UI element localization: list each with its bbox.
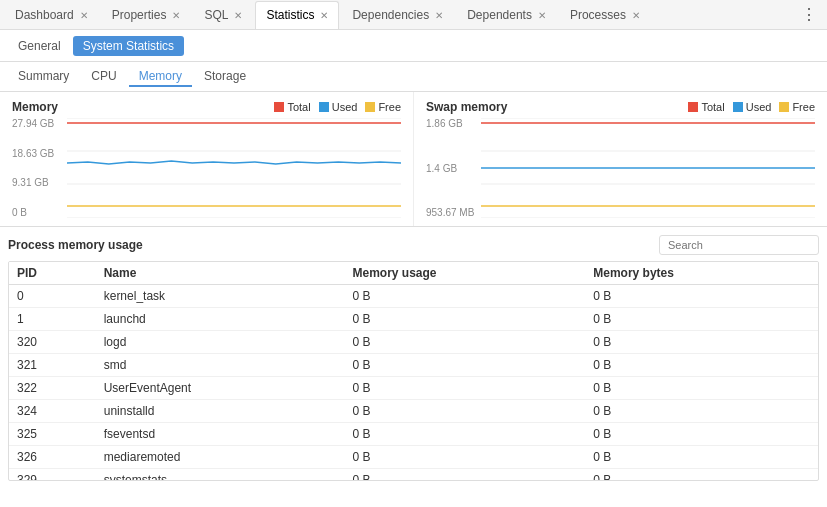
table-cell-name: mediaremoted <box>96 446 345 469</box>
tab-sql[interactable]: SQL✕ <box>193 1 253 29</box>
tab-close-icon[interactable]: ✕ <box>80 10 88 21</box>
table-body: 0kernel_task0 B0 B1launchd0 B0 B320logd0… <box>9 285 818 482</box>
table-cell-memory_bytes: 0 B <box>585 354 818 377</box>
table-cell-memory_bytes: 0 B <box>585 377 818 400</box>
table-cell-name: smd <box>96 354 345 377</box>
table-cell-name: uninstalld <box>96 400 345 423</box>
memory-legend: TotalUsedFree <box>274 101 401 113</box>
tab-label: Dependents <box>467 8 532 22</box>
table-cell-memory_bytes: 0 B <box>585 308 818 331</box>
memory-y-labels: 27.94 GB18.63 GB9.31 GB0 B <box>12 118 67 218</box>
tab-label: Properties <box>112 8 167 22</box>
legend-label: Used <box>332 101 358 113</box>
table-row[interactable]: 322UserEventAgent0 B0 B <box>9 377 818 400</box>
table-cell-memory_usage: 0 B <box>345 308 586 331</box>
table-cell-pid: 320 <box>9 331 96 354</box>
table-cell-pid: 321 <box>9 354 96 377</box>
table-row[interactable]: 321smd0 B0 B <box>9 354 818 377</box>
legend-label: Used <box>746 101 772 113</box>
table-cell-memory_usage: 0 B <box>345 285 586 308</box>
swap-y-labels: 1.86 GB1.4 GB953.67 MB <box>426 118 481 218</box>
sub-tabs: SummaryCPUMemoryStorage <box>0 62 827 92</box>
tab-properties[interactable]: Properties✕ <box>101 1 192 29</box>
table-column-header: Memory usage <box>345 262 586 285</box>
legend-label: Total <box>701 101 724 113</box>
table-row[interactable]: 0kernel_task0 B0 B <box>9 285 818 308</box>
table-cell-name: logd <box>96 331 345 354</box>
table-cell-memory_bytes: 0 B <box>585 331 818 354</box>
tab-close-icon[interactable]: ✕ <box>435 10 443 21</box>
table-cell-memory_bytes: 0 B <box>585 285 818 308</box>
table-cell-memory_usage: 0 B <box>345 354 586 377</box>
tabs-container: Dashboard✕Properties✕SQL✕Statistics✕Depe… <box>4 1 653 29</box>
legend-color <box>274 102 284 112</box>
tab-close-icon[interactable]: ✕ <box>234 10 242 21</box>
y-label: 18.63 GB <box>12 148 67 159</box>
more-options-icon[interactable]: ⋮ <box>795 5 823 24</box>
table-cell-memory_bytes: 0 B <box>585 400 818 423</box>
table-cell-memory_usage: 0 B <box>345 423 586 446</box>
swap-chart-header: Swap memory TotalUsedFree <box>426 100 815 114</box>
tab-close-icon[interactable]: ✕ <box>320 10 328 21</box>
table-cell-pid: 322 <box>9 377 96 400</box>
y-label: 0 B <box>12 207 67 218</box>
memory-chart: Memory TotalUsedFree 27.94 GB18.63 GB9.3… <box>0 92 414 226</box>
swap-chart-title: Swap memory <box>426 100 507 114</box>
section-tab-general[interactable]: General <box>8 36 71 56</box>
table-row[interactable]: 320logd0 B0 B <box>9 331 818 354</box>
charts-area: Memory TotalUsedFree 27.94 GB18.63 GB9.3… <box>0 92 827 227</box>
legend-label: Free <box>792 101 815 113</box>
sub-tab-storage[interactable]: Storage <box>194 67 256 87</box>
table-cell-memory_bytes: 0 B <box>585 469 818 482</box>
section-tabs: GeneralSystem Statistics <box>0 30 827 62</box>
tab-dependencies[interactable]: Dependencies✕ <box>341 1 454 29</box>
tab-close-icon[interactable]: ✕ <box>172 10 180 21</box>
table-cell-memory_usage: 0 B <box>345 446 586 469</box>
legend-color <box>779 102 789 112</box>
table-header: PIDNameMemory usageMemory bytes <box>9 262 818 285</box>
tab-dashboard[interactable]: Dashboard✕ <box>4 1 99 29</box>
legend-item: Used <box>319 101 358 113</box>
y-label: 953.67 MB <box>426 207 481 218</box>
sub-tab-cpu[interactable]: CPU <box>81 67 126 87</box>
search-input[interactable] <box>659 235 819 255</box>
tab-close-icon[interactable]: ✕ <box>632 10 640 21</box>
tab-label: Processes <box>570 8 626 22</box>
sub-tab-memory[interactable]: Memory <box>129 67 192 87</box>
process-table-wrap[interactable]: PIDNameMemory usageMemory bytes 0kernel_… <box>8 261 819 481</box>
tab-close-icon[interactable]: ✕ <box>538 10 546 21</box>
table-cell-memory_usage: 0 B <box>345 331 586 354</box>
table-column-header: Memory bytes <box>585 262 818 285</box>
tab-processes[interactable]: Processes✕ <box>559 1 651 29</box>
y-label: 27.94 GB <box>12 118 67 129</box>
table-cell-name: kernel_task <box>96 285 345 308</box>
table-cell-pid: 329 <box>9 469 96 482</box>
legend-color <box>365 102 375 112</box>
table-header-row: PIDNameMemory usageMemory bytes <box>9 262 818 285</box>
memory-chart-svg <box>67 118 401 218</box>
process-table: PIDNameMemory usageMemory bytes 0kernel_… <box>9 262 818 481</box>
process-title: Process memory usage <box>8 238 143 252</box>
tab-dependents[interactable]: Dependents✕ <box>456 1 557 29</box>
legend-color <box>733 102 743 112</box>
table-column-header: PID <box>9 262 96 285</box>
legend-color <box>319 102 329 112</box>
table-row[interactable]: 326mediaremoted0 B0 B <box>9 446 818 469</box>
table-row[interactable]: 324uninstalld0 B0 B <box>9 400 818 423</box>
table-row[interactable]: 325fseventsd0 B0 B <box>9 423 818 446</box>
table-row[interactable]: 1launchd0 B0 B <box>9 308 818 331</box>
memory-chart-header: Memory TotalUsedFree <box>12 100 401 114</box>
tab-statistics[interactable]: Statistics✕ <box>255 1 339 29</box>
table-cell-pid: 324 <box>9 400 96 423</box>
y-label: 1.86 GB <box>426 118 481 129</box>
tab-label: Dependencies <box>352 8 429 22</box>
sub-tab-summary[interactable]: Summary <box>8 67 79 87</box>
swap-chart-area: 1.86 GB1.4 GB953.67 MB <box>426 118 815 218</box>
table-cell-pid: 325 <box>9 423 96 446</box>
table-row[interactable]: 329systemstats0 B0 B <box>9 469 818 482</box>
section-tab-system-statistics[interactable]: System Statistics <box>73 36 184 56</box>
memory-chart-area: 27.94 GB18.63 GB9.31 GB0 B <box>12 118 401 218</box>
table-cell-name: systemstats <box>96 469 345 482</box>
sub-tabs-container: SummaryCPUMemoryStorage <box>8 67 258 87</box>
legend-item: Used <box>733 101 772 113</box>
